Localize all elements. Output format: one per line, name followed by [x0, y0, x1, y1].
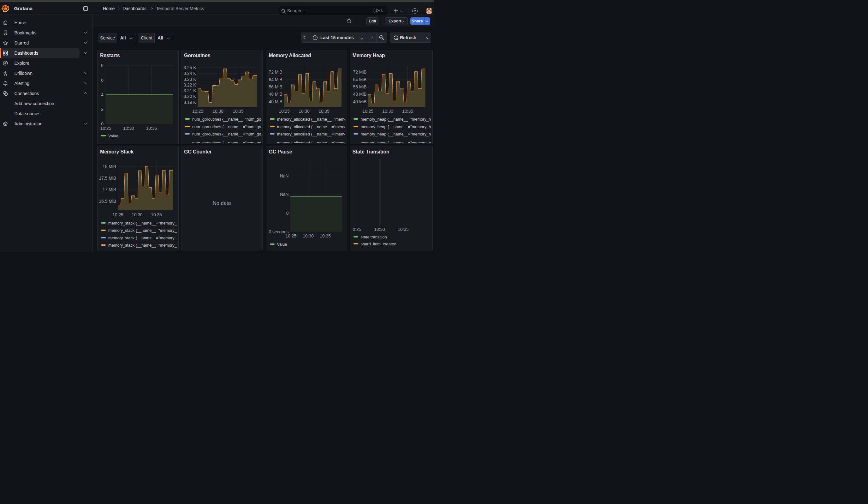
svg-text:0: 0 — [286, 211, 289, 216]
svg-text:8: 8 — [101, 63, 104, 68]
svg-text:10:25: 10:25 — [100, 126, 111, 131]
svg-text:NaN: NaN — [280, 174, 289, 178]
svg-text:10:30: 10:30 — [374, 227, 385, 232]
svg-text:10:35: 10:35 — [398, 227, 409, 232]
svg-text:10:35: 10:35 — [146, 126, 157, 131]
svg-text:10:25: 10:25 — [285, 234, 296, 238]
svg-text:6: 6 — [101, 78, 104, 82]
svg-text:10:30: 10:30 — [303, 234, 314, 238]
svg-text:10:35: 10:35 — [320, 234, 331, 238]
svg-text:0:25: 0:25 — [353, 227, 361, 232]
svg-text:2: 2 — [101, 107, 104, 112]
svg-text:17 MiB: 17 MiB — [103, 187, 116, 192]
svg-text:10:30: 10:30 — [123, 126, 134, 131]
svg-text:16.5 MiB: 16.5 MiB — [99, 199, 116, 204]
svg-text:10:25: 10:25 — [112, 213, 123, 217]
svg-text:NaN: NaN — [280, 192, 289, 197]
svg-text:10:30: 10:30 — [132, 213, 143, 217]
svg-text:17.5 MiB: 17.5 MiB — [99, 176, 116, 181]
svg-text:0: 0 — [101, 122, 104, 126]
svg-text:18 MiB: 18 MiB — [103, 164, 116, 169]
svg-text:10:35: 10:35 — [151, 213, 162, 217]
svg-text:4: 4 — [101, 92, 104, 97]
